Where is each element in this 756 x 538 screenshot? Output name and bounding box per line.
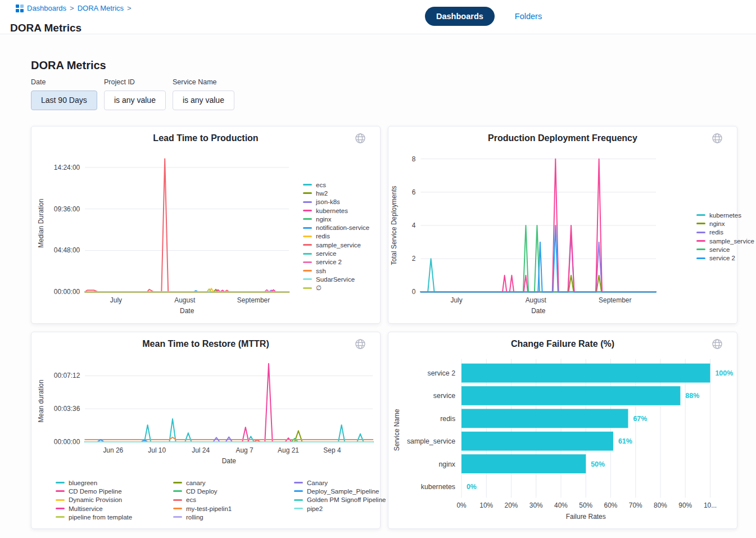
- legend-label: redis: [709, 229, 723, 236]
- chart-legend: kubernetesnginxredissample_serviceservic…: [696, 211, 754, 263]
- legend-item[interactable]: ecs: [303, 180, 369, 189]
- axis-text: 40%: [554, 501, 568, 509]
- legend-item[interactable]: sample_service: [303, 241, 369, 249]
- axis-text: 90%: [678, 501, 692, 509]
- legend-label: Multiservice: [69, 505, 103, 512]
- filter-chip-service-name[interactable]: is any value: [173, 91, 234, 110]
- legend-item[interactable]: ∅: [303, 284, 369, 292]
- legend-swatch-icon: [303, 236, 312, 237]
- bar: [461, 364, 710, 383]
- legend-swatch-icon: [56, 490, 65, 492]
- axis-text: Failure Rates: [566, 513, 606, 521]
- axis-text: 09:36:00: [54, 205, 80, 213]
- axis-text: redis: [440, 415, 455, 423]
- axis-text: 80%: [654, 501, 667, 509]
- legend-label: ∅: [316, 284, 322, 292]
- legend-item[interactable]: kubernetes: [303, 206, 369, 215]
- filter-chip-date[interactable]: Last 90 Days: [31, 91, 97, 110]
- bar: [461, 409, 628, 428]
- legend-item[interactable]: bluegreen: [56, 478, 132, 487]
- filter-label-service-name: Service Name: [173, 78, 217, 86]
- axis-text: 00:00:00: [54, 438, 80, 446]
- legend-item[interactable]: Deploy_Sample_Pipeline: [294, 487, 386, 495]
- legend-item[interactable]: sample_service: [696, 237, 754, 245]
- legend-item[interactable]: redis: [303, 232, 369, 241]
- legend-swatch-icon: [303, 218, 312, 220]
- axis-text: 04:48:00: [54, 246, 80, 254]
- legend-label: json-k8s: [316, 198, 340, 205]
- legend-item[interactable]: Golden PM Signoff Pipeline: [294, 496, 386, 504]
- axis-text: 30%: [529, 501, 543, 509]
- legend-item[interactable]: service 2: [303, 258, 369, 266]
- legend-swatch-icon: [173, 499, 182, 501]
- legend-item[interactable]: rolling: [173, 513, 232, 521]
- legend-item[interactable]: service: [303, 249, 369, 257]
- axis-text: 0%: [467, 483, 477, 491]
- legend-label: hw2: [316, 190, 328, 197]
- legend-item[interactable]: Multiservice: [56, 504, 132, 513]
- axis-text: Aug 21: [278, 446, 299, 454]
- filter-chip-project-id[interactable]: is any value: [104, 91, 166, 110]
- legend-label: sample_service: [316, 242, 361, 248]
- legend-item[interactable]: Dynamic Provision: [56, 496, 132, 504]
- card-production-deployment-frequency: Production Deployment Frequency 02468Jul…: [388, 126, 737, 324]
- card-change-failure-rate: Change Failure Rate (%) 0%10%20%30%40%50…: [388, 332, 737, 529]
- legend-swatch-icon: [56, 516, 65, 518]
- axis-text: 10%: [479, 501, 493, 509]
- axis-text: Jul 10: [148, 446, 166, 454]
- tab-folders[interactable]: Folders: [511, 11, 545, 21]
- legend-item[interactable]: json-k8s: [303, 198, 369, 206]
- axis-text: 6: [412, 188, 416, 196]
- legend-swatch-icon: [173, 508, 182, 509]
- legend-swatch-icon: [303, 210, 312, 211]
- legend-item[interactable]: ssh: [303, 266, 369, 275]
- axis-text: 0%: [456, 501, 467, 509]
- axis-text: 20%: [505, 501, 518, 509]
- tab-dashboards[interactable]: Dashboards: [425, 7, 495, 26]
- legend-item[interactable]: SudarService: [303, 275, 369, 283]
- page-title: DORA Metrics: [10, 22, 82, 34]
- chart-legend: ecshw2json-k8skubernetesnginxnotificatio…: [303, 180, 369, 292]
- legend-swatch-icon: [303, 261, 312, 263]
- legend-label: nginx: [316, 216, 332, 223]
- legend-label: service 2: [709, 255, 735, 261]
- legend-item[interactable]: hw2: [303, 189, 369, 197]
- legend-item[interactable]: Canary: [294, 478, 386, 487]
- legend-item[interactable]: my-test-pipelin1: [173, 504, 232, 513]
- breadcrumb-link-dora-metrics[interactable]: DORA Metrics: [78, 4, 124, 12]
- legend-item[interactable]: service: [696, 245, 754, 254]
- legend-item[interactable]: kubernetes: [696, 211, 754, 219]
- dashboards-grid-icon: [16, 4, 24, 12]
- legend-item[interactable]: notification-service: [303, 223, 369, 232]
- axis-text: Date: [222, 457, 237, 465]
- legend-label: Golden PM Signoff Pipeline: [307, 496, 386, 503]
- legend-item[interactable]: pipeline from template: [56, 513, 132, 521]
- chart-canvas: 02468JulyAugustSeptemberDateTotal Servic…: [388, 126, 737, 323]
- legend-item[interactable]: redis: [696, 228, 754, 237]
- card-mean-time-to-restore: Mean Time to Restore (MTTR) 00:00:0000:0…: [31, 332, 381, 529]
- legend-item[interactable]: nginx: [303, 215, 369, 223]
- legend-label: service 2: [316, 259, 342, 265]
- axis-text: 88%: [685, 392, 699, 400]
- legend-label: service: [316, 250, 336, 257]
- legend-item[interactable]: CD Deploy: [173, 487, 232, 495]
- top-header: Dashboards > DORA Metrics > DORA Metrics…: [0, 0, 756, 34]
- legend-label: pipe2: [307, 505, 323, 512]
- legend-item[interactable]: pipe2: [294, 504, 386, 513]
- legend-label: sample_service: [709, 238, 754, 245]
- breadcrumb-link-dashboards[interactable]: Dashboards: [27, 4, 66, 12]
- axis-text: Date: [531, 307, 546, 315]
- axis-text: 10...: [704, 501, 717, 509]
- legend-item[interactable]: nginx: [696, 219, 754, 228]
- legend-label: service: [709, 246, 730, 253]
- legend-item[interactable]: canary: [173, 478, 232, 487]
- legend-item[interactable]: ecs: [173, 496, 232, 504]
- axis-text: September: [237, 296, 270, 304]
- axis-text: Service Name: [393, 409, 401, 451]
- axis-text: Total Service Deployments: [390, 186, 398, 265]
- legend-item[interactable]: CD Demo Pipeline: [56, 487, 132, 495]
- legend-swatch-icon: [173, 490, 182, 492]
- series-line: [85, 364, 373, 442]
- legend-item[interactable]: service 2: [696, 254, 754, 262]
- series-line: [85, 419, 373, 442]
